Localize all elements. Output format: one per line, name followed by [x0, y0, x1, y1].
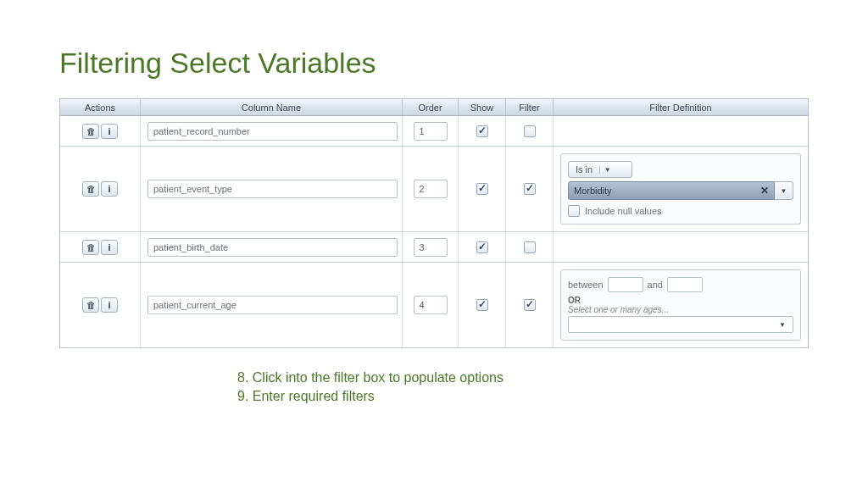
filter-checkbox[interactable]: [524, 125, 536, 137]
variables-grid: Actions Column Name Order Show Filter Fi…: [59, 98, 809, 348]
table-row: 🗑 i Is in ▼ Morbidity ✕: [60, 147, 808, 232]
table-row: 🗑 i: [60, 116, 808, 147]
value-dropdown-button[interactable]: ▼: [775, 181, 793, 200]
column-name-input[interactable]: [147, 122, 398, 141]
column-name-input[interactable]: [147, 180, 398, 198]
show-checkbox[interactable]: [476, 299, 488, 311]
header-actions: Actions: [60, 99, 141, 115]
trash-icon: 🗑: [86, 126, 96, 136]
operator-dropdown[interactable]: Is in ▼: [568, 161, 632, 178]
trash-icon: 🗑: [86, 242, 96, 252]
show-checkbox[interactable]: [476, 241, 488, 253]
trash-icon: 🗑: [86, 300, 96, 310]
order-input[interactable]: [414, 296, 448, 314]
info-icon: i: [108, 242, 110, 252]
delete-button[interactable]: 🗑: [82, 124, 99, 139]
include-null-label: Include null values: [585, 206, 662, 216]
remove-tag-icon[interactable]: ✕: [760, 185, 769, 197]
filter-definition-panel: Is in ▼ Morbidity ✕ ▼ Include null value…: [560, 153, 801, 225]
instruction-line: 9. Enter required filters: [237, 387, 809, 406]
between-min-input[interactable]: [608, 277, 643, 292]
show-checkbox[interactable]: [476, 183, 488, 195]
info-icon: i: [108, 126, 110, 136]
filter-checkbox[interactable]: [524, 241, 536, 253]
operator-label: Is in: [569, 164, 599, 175]
info-button[interactable]: i: [101, 181, 118, 197]
column-name-input[interactable]: [147, 238, 398, 257]
info-button[interactable]: i: [101, 124, 118, 139]
info-icon: i: [108, 184, 110, 194]
order-input[interactable]: [414, 180, 448, 198]
show-checkbox[interactable]: [476, 125, 488, 137]
order-input[interactable]: [414, 238, 448, 257]
instruction-line: 8. Click into the filter box to populate…: [237, 369, 809, 387]
order-input[interactable]: [414, 122, 448, 141]
table-row: 🗑 i between and OR Select one or many ag…: [60, 263, 808, 347]
delete-button[interactable]: 🗑: [82, 181, 99, 197]
header-show: Show: [459, 99, 506, 115]
table-row: 🗑 i: [60, 232, 808, 263]
filter-value-tag[interactable]: Morbidity ✕: [568, 181, 775, 200]
info-button[interactable]: i: [101, 240, 118, 255]
grid-header: Actions Column Name Order Show Filter Fi…: [60, 99, 808, 116]
include-null-checkbox[interactable]: [568, 205, 580, 217]
header-column-name: Column Name: [141, 99, 403, 115]
header-filter: Filter: [506, 99, 554, 115]
tag-label: Morbidity: [574, 186, 612, 196]
or-label: OR: [568, 296, 793, 305]
filter-checkbox[interactable]: [524, 299, 536, 311]
instructions: 8. Click into the filter box to populate…: [237, 369, 809, 407]
and-label: and: [648, 280, 663, 290]
chevron-down-icon: ▼: [599, 166, 615, 174]
trash-icon: 🗑: [86, 184, 96, 194]
column-name-input[interactable]: [147, 296, 398, 314]
header-filter-def: Filter Definition: [554, 99, 808, 115]
filter-checkbox[interactable]: [524, 183, 536, 195]
delete-button[interactable]: 🗑: [82, 297, 99, 313]
select-ages-hint: Select one or many ages...: [568, 305, 793, 314]
info-button[interactable]: i: [101, 297, 118, 313]
delete-button[interactable]: 🗑: [82, 240, 99, 255]
ages-dropdown[interactable]: ▼: [568, 316, 793, 333]
chevron-down-icon: ▼: [781, 187, 787, 195]
page-title: Filtering Select Variables: [59, 47, 809, 80]
filter-definition-panel: between and OR Select one or many ages..…: [560, 269, 801, 341]
chevron-down-icon: ▼: [776, 321, 789, 329]
between-max-input[interactable]: [667, 277, 703, 292]
info-icon: i: [108, 300, 110, 310]
between-label: between: [568, 280, 604, 290]
header-order: Order: [403, 99, 459, 115]
